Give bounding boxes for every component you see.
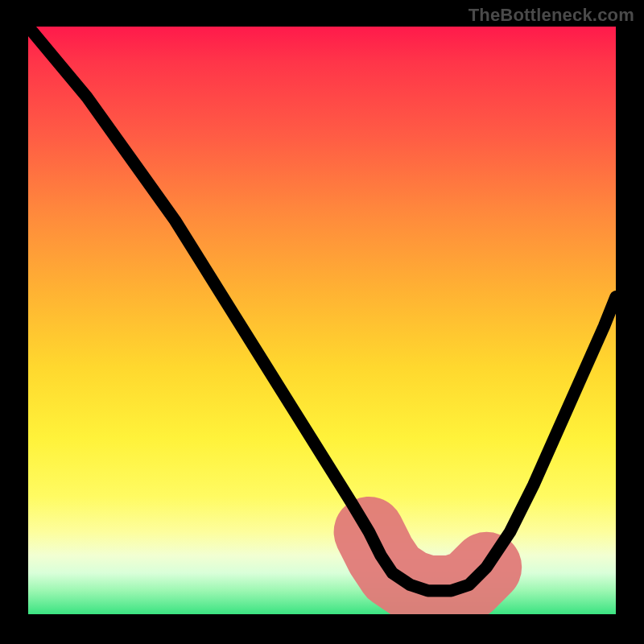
plot-area bbox=[28, 27, 616, 614]
curve-layer bbox=[28, 27, 616, 614]
curve-line bbox=[28, 27, 616, 591]
watermark-text: TheBottleneck.com bbox=[469, 5, 634, 26]
curve-svg bbox=[28, 27, 616, 614]
chart-stage: TheBottleneck.com bbox=[0, 0, 644, 644]
